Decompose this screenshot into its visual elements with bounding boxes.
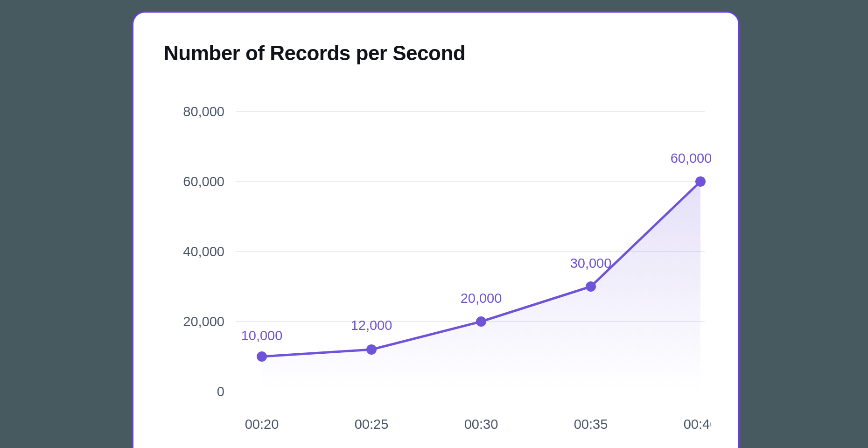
xtick-label: 00:30 bbox=[464, 417, 498, 432]
data-label: 12,000 bbox=[351, 318, 392, 333]
line-chart: 80,000 60,000 40,000 20,000 0 bbox=[164, 88, 711, 448]
ytick-label: 0 bbox=[217, 384, 224, 399]
data-point bbox=[586, 281, 596, 292]
data-point bbox=[476, 316, 486, 327]
chart-card: Number of Records per Second 80,000 60,0… bbox=[132, 11, 740, 448]
ytick-0: 0 bbox=[217, 384, 224, 399]
data-label: 20,000 bbox=[461, 291, 502, 306]
chart-area: 80,000 60,000 40,000 20,000 0 bbox=[164, 88, 708, 448]
data-label: 10,000 bbox=[241, 328, 283, 343]
chart-area-fill bbox=[262, 182, 700, 392]
data-point bbox=[257, 351, 267, 362]
data-label: 30,000 bbox=[570, 256, 612, 271]
x-axis: 00:20 00:25 00:30 00:35 00:40 bbox=[245, 417, 711, 432]
ytick-60000: 60,000 bbox=[183, 174, 705, 189]
ytick-label: 60,000 bbox=[183, 174, 224, 189]
xtick-label: 00:20 bbox=[245, 417, 279, 432]
ytick-label: 40,000 bbox=[183, 244, 224, 259]
xtick-label: 00:25 bbox=[355, 417, 389, 432]
xtick-label: 00:35 bbox=[574, 417, 608, 432]
ytick-80000: 80,000 bbox=[183, 104, 705, 119]
xtick-label: 00:40 bbox=[684, 417, 711, 432]
ytick-label: 80,000 bbox=[183, 104, 224, 119]
data-label: 60,000 bbox=[671, 151, 711, 166]
data-point bbox=[366, 344, 377, 355]
data-point bbox=[695, 176, 706, 187]
ytick-label: 20,000 bbox=[183, 314, 224, 329]
chart-title: Number of Records per Second bbox=[164, 42, 708, 65]
